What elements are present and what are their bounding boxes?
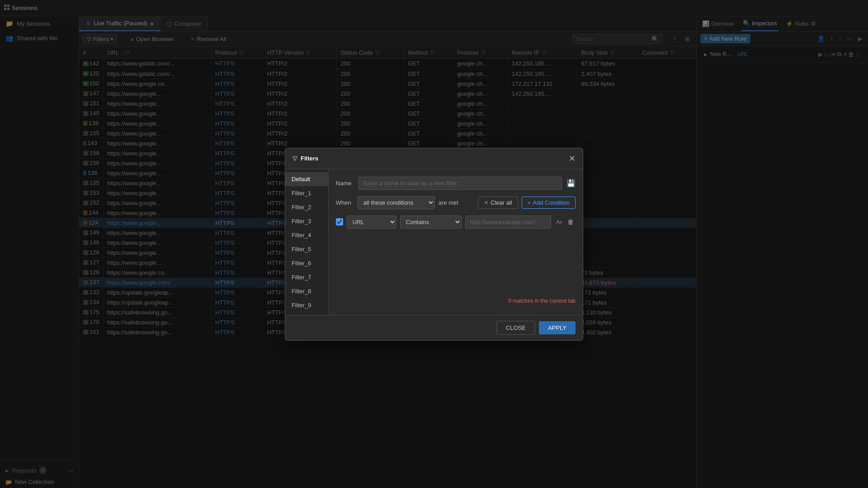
filter-list-item[interactable]: Filter_7 xyxy=(285,270,328,284)
add-condition-icon: + xyxy=(528,199,531,206)
modal-overlay[interactable]: ▽ Filters ✕ DefaultFilter_1Filter_2Filte… xyxy=(0,0,868,488)
filter-list-item[interactable]: Filter_9 xyxy=(285,298,328,312)
condition-field-select[interactable]: URL Protocol Method Status Code xyxy=(347,216,396,229)
filter-save-icon[interactable]: 💾 xyxy=(566,179,576,188)
modal-title: ▽ Filters xyxy=(292,155,318,162)
add-condition-button[interactable]: + Add Condition xyxy=(522,197,576,209)
spacer xyxy=(336,235,576,288)
modal-header: ▽ Filters ✕ xyxy=(285,148,583,169)
filter-when-row: When all these conditions any of these c… xyxy=(336,196,576,209)
filter-list-item[interactable]: Filter_5 xyxy=(285,242,328,256)
filter-name-row: Name 💾 xyxy=(336,177,576,190)
condition-value-input[interactable] xyxy=(465,216,551,229)
condition-row: URL Protocol Method Status Code Contains… xyxy=(336,216,576,229)
modal-body: DefaultFilter_1Filter_2Filter_3Filter_4F… xyxy=(285,169,583,315)
filter-list-item[interactable]: Default xyxy=(285,172,328,186)
filter-list-item[interactable]: Filter_6 xyxy=(285,256,328,270)
filter-list-item[interactable]: Filter_3 xyxy=(285,214,328,228)
clear-icon: ✕ xyxy=(484,199,489,206)
filter-list-item[interactable]: Filter_2 xyxy=(285,200,328,214)
close-button[interactable]: CLOSE xyxy=(496,321,535,335)
modal-close-button[interactable]: ✕ xyxy=(569,155,576,163)
apply-button[interactable]: APPLY xyxy=(539,321,576,334)
condition-delete-button[interactable]: 🗑 xyxy=(566,217,576,226)
modal-footer: CLOSE APPLY xyxy=(285,315,583,340)
clear-all-button[interactable]: ✕ Clear all xyxy=(478,197,518,209)
filter-matches-text: 0 matches in the current tab xyxy=(336,294,576,308)
case-sensitive-icon[interactable]: Aa xyxy=(557,220,562,225)
filter-list-item[interactable]: Filter_1 xyxy=(285,186,328,200)
filter-list: DefaultFilter_1Filter_2Filter_3Filter_4F… xyxy=(285,169,329,315)
condition-checkbox[interactable] xyxy=(336,218,343,225)
condition-operator-select[interactable]: Contains Does not contain Equals xyxy=(400,216,462,229)
filters-modal: ▽ Filters ✕ DefaultFilter_1Filter_2Filte… xyxy=(285,148,583,341)
filter-list-item[interactable]: Filter_8 xyxy=(285,284,328,298)
filter-name-input[interactable] xyxy=(359,177,562,190)
conditions-select[interactable]: all these conditions any of these condit… xyxy=(358,196,435,209)
filter-list-item[interactable]: Filter_4 xyxy=(285,228,328,242)
filter-content: Name 💾 When all these conditions any of … xyxy=(329,169,583,315)
filter-actions: ✕ Clear all + Add Condition xyxy=(478,197,576,209)
filters-modal-icon: ▽ xyxy=(292,155,297,162)
